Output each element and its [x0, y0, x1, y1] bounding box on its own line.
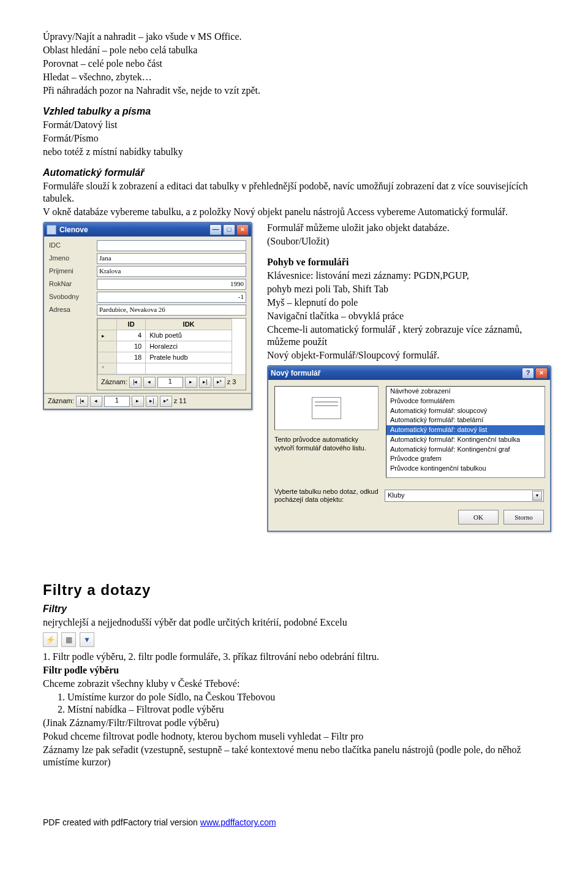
nav-first-button[interactable]: |◂ [129, 377, 141, 388]
nav-next-button[interactable]: ▸ [185, 377, 197, 388]
list-item[interactable]: Automatický formulář: sloupcový [386, 406, 545, 416]
body-text: V okně databáze vybereme tabulku, a z po… [43, 206, 551, 218]
nav-last-button[interactable]: ▸| [199, 377, 211, 388]
heading-filters: Filtry a dotazy [43, 581, 551, 599]
intro-line: Oblast hledání – pole nebo celá tabulka [43, 44, 551, 56]
row-selector-icon[interactable] [98, 341, 117, 352]
body-text: Záznamy lze pak seřadit (vzestupně, sest… [43, 744, 551, 768]
intro-line: Hledat – všechno, zbytek… [43, 71, 551, 83]
wizard-titlebar[interactable]: Nový formulář ? × [268, 366, 550, 380]
list-item: Umístíme kurzor do pole Sídlo, na Českou… [67, 691, 551, 703]
list-item: Místní nabídka – Filtrovat podle výběru [67, 703, 551, 716]
label-idc: IDC [49, 241, 97, 250]
preview-icon [274, 386, 379, 430]
input-idc[interactable] [97, 240, 246, 251]
cell[interactable]: 4 [117, 330, 146, 341]
input-adresa[interactable]: Pardubice, Nevakova 26 [97, 305, 246, 316]
input-jmeno[interactable]: Jana [97, 253, 246, 264]
label-adresa: Adresa [49, 306, 97, 314]
access-form-window: Clenove — □ × IDC Jmeno Jana Prijmeni Kr… [43, 222, 252, 410]
nav-new-button[interactable]: ▸* [213, 377, 225, 388]
label-jmeno: Jmeno [49, 254, 97, 263]
filter-toggle-icon[interactable]: ▼ [80, 632, 94, 647]
nav-first-button[interactable]: |◂ [76, 396, 88, 407]
intro-line: Úpravy/Najít a nahradit – jako všude v M… [43, 31, 551, 43]
body-text: (Soubor/Uložit) [267, 235, 551, 248]
nav-record-input[interactable]: 1 [104, 396, 130, 407]
chevron-down-icon[interactable]: ▾ [532, 491, 542, 501]
cell[interactable]: Pratele hudb [146, 352, 232, 363]
list-item[interactable]: Průvodce formulářem [386, 396, 545, 406]
wizard-title: Nový formulář [271, 369, 320, 378]
table-row[interactable]: 4 Klub poetů [98, 330, 232, 341]
window-titlebar[interactable]: Clenove — □ × [44, 223, 251, 237]
maximize-button[interactable]: □ [223, 224, 235, 235]
label-svobodny: Svobodny [49, 293, 97, 301]
list-item[interactable]: Automatický formulář: Kontingenční graf [386, 445, 545, 455]
cell[interactable]: Klub poetů [146, 330, 232, 341]
footer-link[interactable]: www.pdffactory.com [200, 817, 276, 827]
ok-button[interactable]: OK [458, 510, 499, 525]
nav-new-button[interactable]: ▸* [160, 396, 172, 407]
col-idk[interactable]: IDK [146, 319, 232, 330]
source-label: Vyberte tabulku nebo dotaz, odkud pocház… [274, 488, 379, 504]
new-form-wizard-dialog: Nový formulář ? × Tento průvodce automat… [267, 365, 551, 532]
sub-heading-filters: Filtry [43, 603, 551, 615]
body-text: Myš – klepnutí do pole [267, 297, 551, 309]
close-button[interactable]: × [236, 224, 249, 235]
body-text: Pokud chceme filtrovat podle hodnoty, kt… [43, 730, 551, 743]
table-row-new[interactable]: * [98, 363, 232, 374]
source-combobox[interactable]: Kluby ▾ [385, 490, 544, 502]
nav-last-button[interactable]: ▸| [146, 396, 158, 407]
nav-prev-button[interactable]: ◂ [90, 396, 102, 407]
input-svobodny[interactable]: -1 [97, 292, 246, 303]
close-button[interactable]: × [535, 368, 548, 379]
cell[interactable]: 10 [117, 341, 146, 352]
list-item[interactable]: Průvodce grafem [386, 454, 545, 464]
minimize-button[interactable]: — [209, 224, 222, 235]
label-prijmeni: Prijmeni [49, 267, 97, 276]
row-selector-icon[interactable] [98, 330, 117, 341]
col-id[interactable]: ID [117, 319, 146, 330]
row-selector-icon[interactable] [98, 352, 117, 363]
subform-nav: Záznam: |◂ ◂ 1 ▸ ▸| ▸* z 3 [97, 374, 246, 390]
body-text: Formulář můžeme uložit jako objekt datab… [267, 222, 551, 234]
cell[interactable]: Horalezci [146, 341, 232, 352]
wizard-description: Tento průvodce automaticky vytvoří formu… [274, 435, 379, 453]
body-text: nebo totéž z místní nabídky tabulky [43, 146, 551, 158]
body-text: pohyb mezi poli Tab, Shift Tab [267, 283, 551, 295]
app-icon [47, 225, 56, 235]
cancel-button[interactable]: Storno [503, 510, 544, 525]
cell[interactable]: 18 [117, 352, 146, 363]
input-roknar[interactable]: 1990 [97, 279, 246, 290]
pdf-footer: PDF created with pdfFactory trial versio… [43, 817, 551, 828]
heading-vzhled: Vzhled tabulky a písma [43, 105, 551, 118]
filter-by-selection-icon[interactable]: ⚡ [43, 632, 58, 647]
list-item[interactable]: Průvodce kontingenční tabulkou [386, 464, 545, 474]
nav-next-button[interactable]: ▸ [132, 396, 144, 407]
table-row[interactable]: 18 Pratele hudb [98, 352, 232, 363]
subform-grid[interactable]: ID IDK 4 Klub poetů 10 Horalezci [97, 318, 246, 390]
nav-label: Záznam: [101, 378, 127, 387]
list-item[interactable]: Návrhové zobrazení [386, 387, 545, 396]
form-type-listbox[interactable]: Návrhové zobrazeníPrůvodce formulářemAut… [386, 386, 545, 478]
body-text: Nový objekt-Formulář/Sloupcový formulář. [267, 349, 551, 362]
filter-by-form-icon[interactable]: ▦ [61, 632, 76, 647]
list-item[interactable]: Automatický formulář: Kontingenční tabul… [386, 435, 545, 445]
nav-record-input[interactable]: 1 [157, 377, 183, 388]
body-text: Klávesnice: listování mezi záznamy: PGDN… [267, 270, 551, 282]
intro-line: Porovnat – celé pole nebo část [43, 58, 551, 70]
body-text: nejrychlejší a nejjednodušší výběr dat p… [43, 616, 551, 629]
nav-label: Záznam: [48, 397, 74, 406]
list-item[interactable]: Automatický formulář: datový list [386, 425, 545, 435]
nav-total: z 3 [227, 378, 236, 387]
input-prijmeni[interactable]: Kralova [97, 266, 246, 277]
body-text: Navigační tlačítka – obvyklá práce [267, 310, 551, 322]
nav-prev-button[interactable]: ◂ [143, 377, 156, 388]
help-button[interactable]: ? [522, 368, 534, 379]
window-title: Clenove [59, 225, 88, 235]
list-item[interactable]: Automatický formulář: tabelární [386, 415, 545, 425]
table-row[interactable]: 10 Horalezci [98, 341, 232, 352]
body-text: Formát/Písmo [43, 132, 551, 145]
body-text-bold: Filtr podle výběru [43, 664, 551, 676]
